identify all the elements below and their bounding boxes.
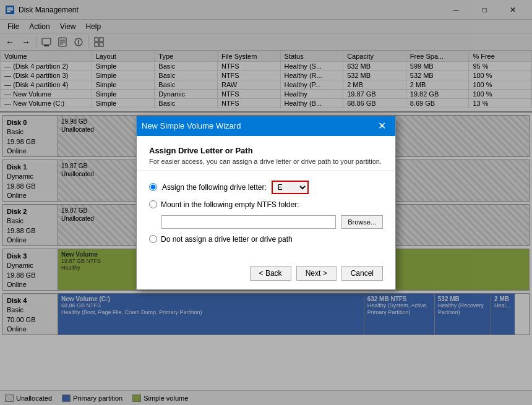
cancel-button[interactable]: Cancel [341, 266, 383, 281]
next-button[interactable]: Next > [296, 266, 337, 281]
modal-close-button[interactable]: ✕ [373, 117, 390, 135]
modal-title: New Simple Volume Wizard [142, 121, 373, 130]
modal-description: For easier access, you can assign a driv… [149, 158, 383, 165]
option3-row: Do not assign a drive letter or drive pa… [149, 235, 383, 244]
modal-heading: Assign Drive Letter or Path [149, 146, 383, 155]
ntfs-folder-input[interactable] [161, 215, 336, 229]
modal-footer: < Back Next > Cancel [137, 260, 395, 289]
option2-row: Mount in the following empty NTFS folder… [149, 200, 383, 209]
wizard-modal: New Simple Volume Wizard ✕ Assign Drive … [136, 116, 396, 290]
option3-label[interactable]: Do not assign a drive letter or drive pa… [161, 235, 293, 244]
drive-letter-select[interactable]: E F G H [272, 181, 309, 194]
modal-header: Assign Drive Letter or Path For easier a… [137, 136, 395, 171]
back-button[interactable]: < Back [250, 266, 291, 281]
modal-body: Assign the following drive letter: E F G… [137, 171, 395, 260]
option1-row: Assign the following drive letter: E F G… [149, 181, 383, 194]
option3-radio[interactable] [149, 235, 157, 243]
browse-button[interactable]: Browse... [341, 215, 383, 229]
modal-title-bar: New Simple Volume Wizard ✕ [137, 116, 395, 136]
option1-label[interactable]: Assign the following drive letter: [162, 183, 267, 192]
option1-radio[interactable] [149, 183, 157, 191]
option2-label[interactable]: Mount in the following empty NTFS folder… [161, 200, 299, 209]
modal-overlay: New Simple Volume Wizard ✕ Assign Drive … [0, 0, 532, 405]
option2-radio[interactable] [149, 200, 157, 208]
ntfs-folder-row: Browse... [161, 215, 383, 229]
